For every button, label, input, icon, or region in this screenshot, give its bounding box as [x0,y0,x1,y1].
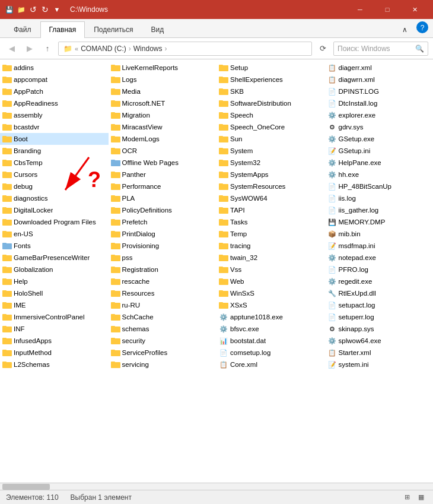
tab-file[interactable]: Файл [5,21,40,37]
horizontal-scrollbar[interactable] [0,483,433,490]
list-item[interactable]: Registration [109,264,217,275]
list-item[interactable]: en-US [0,228,109,240]
list-item[interactable]: ⚙gdrv.sys [325,121,434,133]
list-item[interactable]: WinSxS [216,287,325,299]
list-item[interactable]: AppPatch [0,85,109,97]
list-item[interactable]: L2Schemas [0,359,109,370]
list-item[interactable]: 📄DPINST.LOG [325,85,434,97]
list-item[interactable]: AppReadiness [0,97,109,109]
list-item[interactable]: Downloaded Program Files [0,216,109,228]
list-item[interactable]: ⚙️explorer.exe [325,109,434,121]
list-item[interactable]: PLA [109,192,217,204]
list-item[interactable]: appcompat [0,74,109,85]
redo-icon[interactable]: ↻ [40,5,50,14]
list-item[interactable]: ServiceProfiles [109,347,217,359]
tab-view[interactable]: Вид [142,21,173,37]
list-item[interactable]: 📄DtcInstall.log [325,97,434,109]
undo-icon[interactable]: ↺ [28,5,38,14]
save-icon[interactable]: 💾 [5,5,14,14]
list-item[interactable]: pss [109,252,217,264]
list-item[interactable]: ⚙️HelpPane.exe [325,157,434,169]
folder-icon-title[interactable]: 📁 [17,5,26,14]
list-item[interactable]: Cursors [0,169,109,180]
list-item[interactable]: ImmersiveControlPanel [0,311,109,323]
list-item[interactable]: 📝system.ini [325,359,434,370]
list-item[interactable]: InfusedApps [0,335,109,347]
maximize-button[interactable]: □ [374,0,401,19]
list-item[interactable]: diagnostics [0,192,109,204]
list-item[interactable]: Temp [216,228,325,240]
list-item[interactable]: LiveKernelReports [109,62,217,74]
list-item[interactable]: SKB [216,85,325,97]
list-item[interactable]: InputMethod [0,347,109,359]
list-item[interactable]: ⚙️hh.exe [325,169,434,180]
list-item[interactable]: ⚙️notepad.exe [325,252,434,264]
list-item[interactable]: Resources [109,287,217,299]
list-item[interactable]: Tasks [216,216,325,228]
list-item[interactable]: 📋Starter.xml [325,347,434,359]
list-item[interactable]: SysWOW64 [216,192,325,204]
list-item[interactable]: Vss [216,264,325,275]
list-item[interactable]: security [109,335,217,347]
list-item[interactable]: bcastdvr [0,121,109,133]
large-icons-button[interactable]: ▦ [415,492,427,503]
list-item[interactable]: 📄HP_48BitScanUp [325,180,434,192]
up-button[interactable]: ↑ [40,42,55,56]
list-item[interactable]: System32 [216,157,325,169]
list-item[interactable]: Speech_OneCore [216,121,325,133]
list-item[interactable]: OCR [109,145,217,157]
list-item[interactable]: assembly [0,109,109,121]
list-item[interactable]: Performance [109,180,217,192]
list-item[interactable]: PolicyDefinitions [109,204,217,216]
list-item[interactable]: 📄setupact.log [325,299,434,311]
list-item[interactable]: TAPI [216,204,325,216]
list-item[interactable]: ModemLogs [109,133,217,145]
list-item[interactable]: ⚙skinapp.sys [325,323,434,335]
list-item[interactable]: 📄comsetup.log [216,347,325,359]
list-item[interactable]: ⚙️apptune1018.exe [216,311,325,323]
list-item[interactable]: rescache [109,275,217,287]
list-item[interactable]: Sun [216,133,325,145]
list-item[interactable]: debug [0,180,109,192]
list-item[interactable]: 📊bootstat.dat [216,335,325,347]
back-button[interactable]: ◀ [5,42,19,56]
list-item[interactable]: 💾MEMORY.DMP [325,216,434,228]
expand-ribbon-button[interactable]: ∧ [393,21,416,37]
list-item[interactable]: ⚙️splwow64.exe [325,335,434,347]
list-item[interactable]: Web [216,275,325,287]
list-item[interactable]: Microsoft.NET [109,97,217,109]
help-button[interactable]: ? [416,21,428,33]
tab-share[interactable]: Поделиться [85,21,142,37]
list-item[interactable]: addins [0,62,109,74]
list-item[interactable]: ShellExperiences [216,74,325,85]
list-item[interactable]: Help [0,275,109,287]
address-path[interactable]: 📁 « COMAND (C:) › Windows › [58,42,312,56]
forward-button[interactable]: ▶ [23,42,37,56]
list-item[interactable]: ⚙️bfsvc.exe [216,323,325,335]
list-item[interactable]: tracing [216,240,325,252]
list-item[interactable]: INF [0,323,109,335]
list-item[interactable]: 📄PFRO.log [325,264,434,275]
list-item[interactable]: 📝msdfmap.ini [325,240,434,252]
list-item[interactable]: ⚙️regedit.exe [325,275,434,287]
breadcrumb-root[interactable]: « [75,45,78,52]
list-item[interactable]: 📝GSetup.ini [325,145,434,157]
list-item[interactable]: SoftwareDistribution [216,97,325,109]
list-item[interactable]: Migration [109,109,217,121]
list-item[interactable]: SchCache [109,311,217,323]
list-item[interactable]: Provisioning [109,240,217,252]
list-item[interactable]: 📋diagerr.xml [325,62,434,74]
list-item[interactable]: SystemApps [216,169,325,180]
list-item[interactable]: DigitalLocker [0,204,109,216]
list-item[interactable]: 📦mib.bin [325,228,434,240]
list-item[interactable]: PrintDialog [109,228,217,240]
properties-icon[interactable]: ▼ [52,5,62,14]
refresh-button[interactable]: ⟳ [316,42,330,56]
list-item[interactable]: schemas [109,323,217,335]
list-item[interactable]: Prefetch [109,216,217,228]
list-item[interactable]: HoloShell [0,287,109,299]
list-item[interactable]: 📋diagwrn.xml [325,74,434,85]
breadcrumb-windows[interactable]: Windows [133,45,163,53]
list-item[interactable]: 📄iis.log [325,192,434,204]
minimize-button[interactable]: ─ [346,0,374,19]
